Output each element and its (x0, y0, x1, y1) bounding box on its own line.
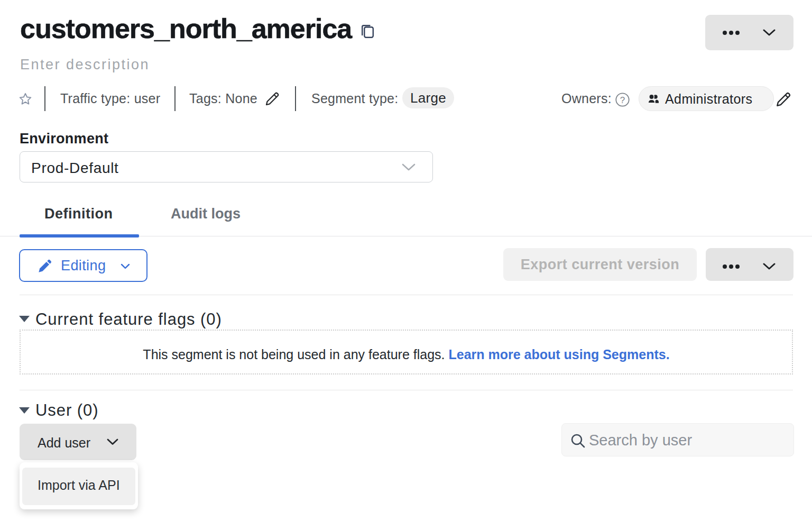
svg-text:?: ? (620, 95, 625, 105)
